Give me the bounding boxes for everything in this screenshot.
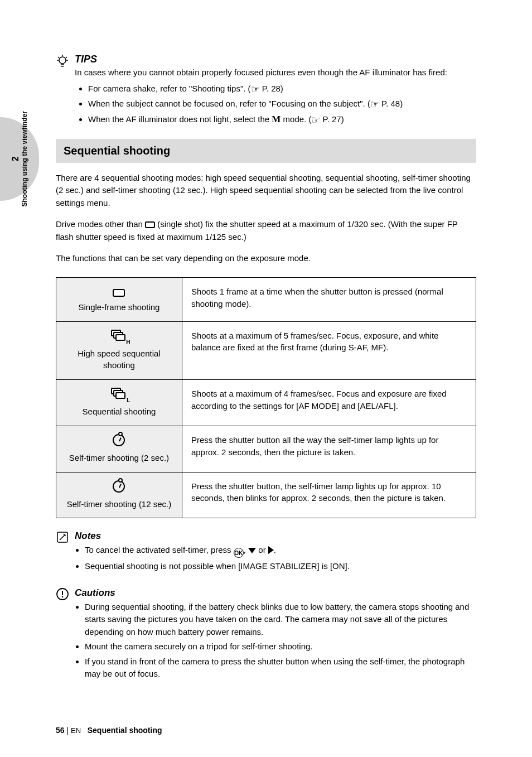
table-row: H High speed sequential shooting Shoots … <box>56 321 476 380</box>
hand-pointer-icon: ☞ <box>251 82 260 97</box>
down-arrow-icon <box>248 548 256 553</box>
list-item: During sequential shooting, if the batte… <box>85 601 476 639</box>
drive-modes-table: Single-frame shooting Shoots 1 frame at … <box>56 277 476 519</box>
bulb-icon <box>56 54 69 70</box>
caution-icon <box>56 587 69 603</box>
cautions-block: Cautions During sequential shooting, if … <box>56 587 476 683</box>
hand-pointer-icon: ☞ <box>311 113 320 128</box>
table-row: L Sequential shooting Shoots at a maximu… <box>56 380 476 426</box>
table-row: Single-frame shooting Shoots 1 frame at … <box>56 277 476 321</box>
list-item: To cancel the activated self-timer, pres… <box>85 544 476 558</box>
tips-item: When the AF illuminator does not light, … <box>88 112 476 128</box>
intro-paragraph: There are 4 sequential shooting modes: h… <box>56 172 476 210</box>
notes-list: To cancel the activated self-timer, pres… <box>85 544 476 573</box>
mode-description: Press the shutter button, the self-timer… <box>182 472 476 518</box>
table-row: Self-timer shooting (2 sec.) Press the s… <box>56 426 476 472</box>
single-shot-icon <box>145 221 155 228</box>
cautions-title: Cautions <box>75 587 115 598</box>
svg-point-0 <box>59 57 66 64</box>
notes-block: Notes To cancel the activated self-timer… <box>56 531 476 575</box>
ok-button-icon: OK <box>234 548 244 558</box>
self-timer-icon <box>65 434 173 449</box>
mode-description: Shoots at a maximum of 5 frames/sec. Foc… <box>182 321 476 380</box>
self-timer-icon <box>65 480 173 495</box>
right-arrow-icon <box>268 546 274 554</box>
section-heading: Sequential shooting <box>56 139 476 163</box>
tips-lead: In cases where you cannot obtain properl… <box>75 66 447 79</box>
tips-list: For camera shake, refer to "Shooting tip… <box>78 82 476 128</box>
list-item: Sequential shooting is not possible when… <box>85 560 476 573</box>
svg-point-3 <box>62 596 64 597</box>
list-item: Mount the camera securely on a tripod fo… <box>85 640 476 653</box>
hand-pointer-icon: ☞ <box>370 97 379 112</box>
notes-title: Notes <box>75 531 101 541</box>
intro-paragraph: The functions that can be set vary depen… <box>56 252 476 265</box>
tips-item: For camera shake, refer to "Shooting tip… <box>88 82 476 97</box>
tips-title: TIPS <box>75 54 97 65</box>
m-mode-icon: M <box>272 114 280 124</box>
tips-block: TIPS In cases where you cannot obtain pr… <box>56 54 476 128</box>
list-item: If you stand in front of the camera to p… <box>85 655 476 681</box>
burst-high-icon: H <box>65 330 173 344</box>
single-shot-icon <box>65 286 173 298</box>
cautions-list: During sequential shooting, if the batte… <box>85 601 476 681</box>
mode-description: Press the shutter button all the way the… <box>182 426 476 472</box>
mode-description: Shoots at a maximum of 4 frames/sec. Foc… <box>182 380 476 426</box>
intro-paragraph: Drive modes other than (single shot) fix… <box>56 218 476 243</box>
table-row: Self-timer shooting (12 sec.) Press the … <box>56 472 476 518</box>
burst-low-icon: L <box>65 388 173 402</box>
note-icon <box>56 531 69 546</box>
mode-description: Shoots 1 frame at a time when the shutte… <box>182 277 476 321</box>
tips-item: When the subject cannot be focused on, r… <box>88 97 476 112</box>
page-footer: 56 | EN Sequential shooting <box>56 726 162 735</box>
